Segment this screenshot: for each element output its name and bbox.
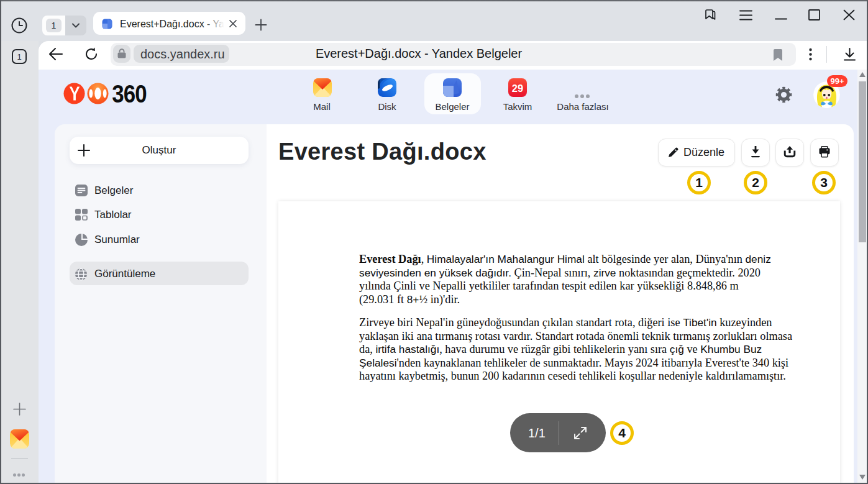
svg-text:1: 1 [17, 52, 21, 62]
svg-text:29: 29 [512, 83, 523, 94]
svg-text:360: 360 [112, 83, 147, 104]
